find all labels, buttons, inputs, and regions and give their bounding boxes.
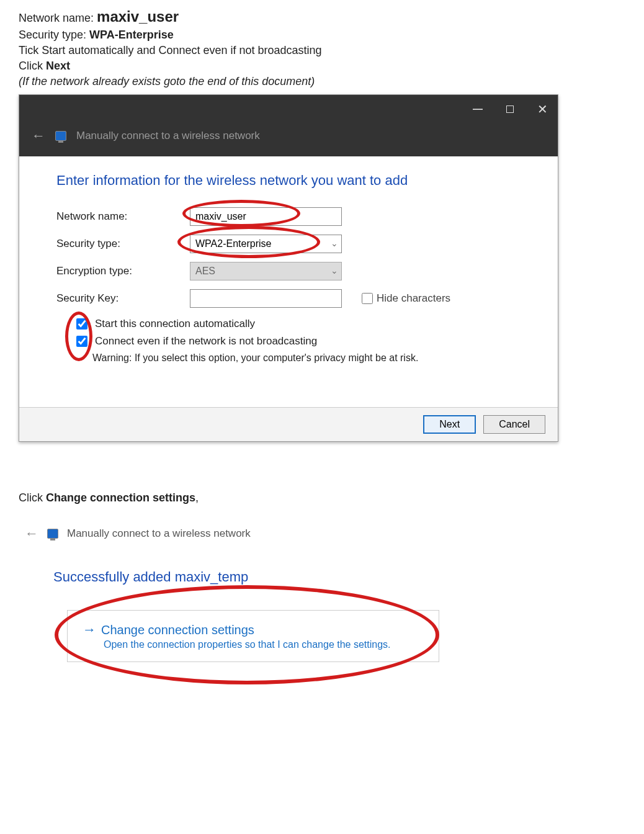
instr-text: Click	[19, 491, 46, 504]
instruction-block-1: Network name: maxiv_user Security type: …	[19, 6, 625, 89]
wizard2-title: Manually connect to a wireless network	[67, 527, 251, 540]
instruction-block-2: Click Change connection settings,	[19, 491, 625, 504]
next-button[interactable]: Next	[423, 415, 476, 434]
intro-label: Network name:	[19, 12, 97, 24]
intro-click: Click	[19, 60, 46, 72]
wizard-success: ← Manually connect to a wireless network…	[19, 517, 453, 662]
intro-line3: Tick Start automatically and Connect eve…	[19, 43, 625, 58]
intro-label: Security type:	[19, 29, 89, 41]
wizard-add-network: — ✕ ← Manually connect to a wireless net…	[19, 94, 558, 442]
encryption-type-select	[190, 262, 342, 280]
change-connection-settings-link[interactable]: →Change connection settings Open the con…	[67, 610, 439, 662]
instr-bold: Change connection settings	[46, 491, 195, 504]
security-type-select[interactable]	[190, 235, 342, 253]
window-controls: — ✕	[19, 95, 558, 123]
back-arrow-icon[interactable]: ←	[25, 526, 38, 542]
label-security-key: Security Key:	[56, 292, 190, 305]
network-icon	[47, 529, 58, 539]
link-title: Change connection settings	[101, 623, 254, 637]
connect-not-broadcasting-checkbox[interactable]	[76, 336, 87, 347]
wizard2-titlebar: ← Manually connect to a wireless network	[25, 522, 447, 554]
privacy-warning: Warning: If you select this option, your…	[92, 352, 521, 364]
wizard-button-row: Next Cancel	[19, 407, 558, 441]
network-icon	[55, 131, 66, 141]
arrow-right-icon: →	[83, 622, 96, 637]
maximize-icon[interactable]	[504, 104, 516, 115]
wizard-title: Manually connect to a wireless network	[76, 130, 260, 142]
intro-note: (If the network already exists goto the …	[19, 75, 315, 87]
start-automatically-checkbox[interactable]	[76, 318, 87, 330]
network-name-input[interactable]	[190, 207, 342, 226]
intro-network-name: maxiv_user	[97, 8, 179, 25]
minimize-icon[interactable]: —	[472, 104, 483, 115]
wizard-heading: Enter information for the wireless netwo…	[56, 173, 521, 189]
hide-characters-label: Hide characters	[377, 292, 450, 305]
link-subtitle: Open the connection properties so that I…	[104, 639, 424, 650]
label-encryption-type: Encryption type:	[56, 265, 190, 277]
wizard2-heading: Successfully added maxiv_temp	[53, 569, 447, 585]
start-automatically-label: Start this connection automatically	[95, 318, 255, 330]
back-arrow-icon[interactable]: ←	[32, 128, 45, 144]
security-key-input[interactable]	[190, 289, 342, 308]
instr-text: ,	[195, 491, 199, 504]
hide-characters-checkbox[interactable]	[362, 293, 373, 304]
connect-not-broadcasting-label: Connect even if the network is not broad…	[95, 335, 317, 348]
label-network-name: Network name:	[56, 210, 190, 223]
intro-next: Next	[46, 60, 70, 72]
wizard-titlebar: ← Manually connect to a wireless network	[19, 123, 558, 156]
cancel-button[interactable]: Cancel	[483, 415, 545, 434]
close-icon[interactable]: ✕	[537, 104, 548, 115]
label-security-type: Security type:	[56, 238, 190, 250]
intro-security-type: WPA-Enterprise	[89, 29, 174, 41]
